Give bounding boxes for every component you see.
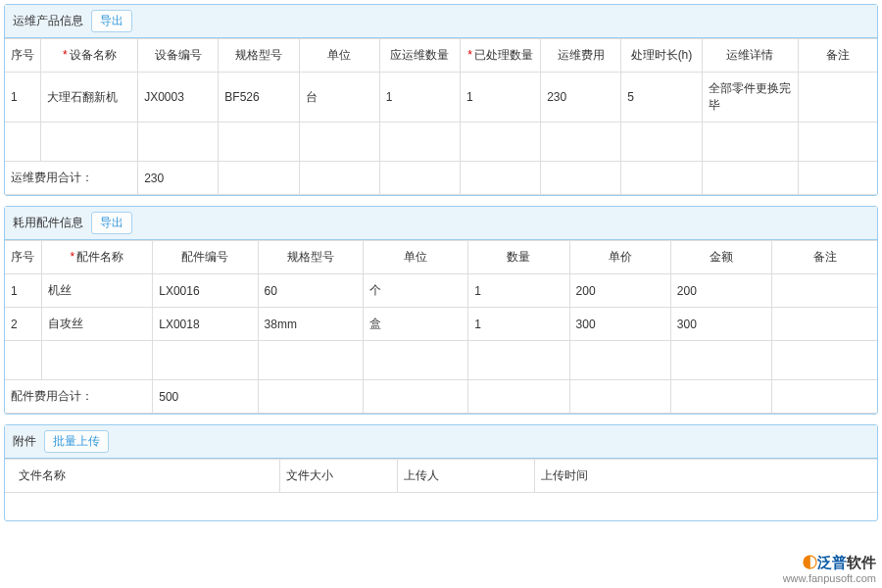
- cell-remark: [799, 73, 877, 122]
- bulk-upload-button[interactable]: 批量上传: [44, 430, 109, 453]
- cell-detail: 全部零件更换完毕: [702, 73, 799, 122]
- total-value: 500: [153, 380, 258, 414]
- panel2-title: 耗用配件信息: [13, 215, 83, 231]
- required-star: *: [71, 250, 75, 264]
- th-qty: 数量: [468, 241, 569, 274]
- summary-row: 配件费用合计： 500: [5, 380, 877, 414]
- th-upload-time: 上传时间: [534, 460, 877, 493]
- cell-qty: 1: [468, 274, 569, 308]
- th-file-size: 文件大小: [279, 460, 397, 493]
- cell-part-name: 自攻丝: [41, 308, 153, 341]
- th-unit: 单位: [363, 241, 467, 274]
- summary-row: 运维费用合计： 230: [5, 162, 877, 195]
- th-remark: 备注: [799, 39, 877, 73]
- th-detail: 运维详情: [702, 39, 799, 73]
- th-done-qty: *已处理数量: [460, 39, 540, 73]
- cell-spec: BF526: [219, 73, 299, 122]
- panel3-title: 附件: [13, 433, 36, 450]
- cell-amount: 300: [670, 308, 771, 341]
- cell-unit: 盒: [363, 308, 467, 341]
- cell-seq: 1: [5, 274, 41, 308]
- total-value: 230: [138, 162, 219, 195]
- th-part-name: *配件名称: [41, 241, 153, 274]
- cell-done-qty: 1: [460, 73, 540, 122]
- cell-part-name: 机丝: [41, 274, 153, 308]
- th-should-qty: 应运维数量: [379, 39, 460, 73]
- panel1-header: 运维产品信息 导出: [5, 5, 877, 38]
- required-star: *: [467, 48, 472, 62]
- cell-dev-code: JX0003: [138, 73, 219, 122]
- cell-unit: 个: [363, 274, 467, 308]
- cell-remark: [772, 274, 877, 308]
- empty-row: [5, 493, 877, 520]
- th-remark: 备注: [772, 241, 877, 274]
- cell-unit: 台: [299, 73, 379, 122]
- table-row[interactable]: 1 机丝 LX0016 60 个 1 200 200: [5, 274, 877, 308]
- parts-panel: 耗用配件信息 导出 序号 *配件名称 配件编号 规格型号 单位 数量 单价 金额…: [4, 206, 878, 415]
- th-part-code: 配件编号: [153, 241, 258, 274]
- th-cost: 运维费用: [541, 39, 621, 73]
- th-spec: 规格型号: [219, 39, 299, 73]
- required-star: *: [63, 48, 68, 62]
- cell-dev-name: 大理石翻新机: [41, 73, 138, 122]
- th-amount: 金额: [670, 241, 771, 274]
- cell-amount: 200: [670, 274, 771, 308]
- th-file-name: 文件名称: [5, 460, 279, 493]
- cell-part-code: LX0016: [153, 274, 258, 308]
- panel3-header: 附件 批量上传: [5, 425, 877, 459]
- cell-price: 300: [569, 308, 670, 341]
- th-dev-code: 设备编号: [138, 39, 219, 73]
- cell-seq: 1: [5, 73, 41, 122]
- cell-hours: 5: [621, 73, 702, 122]
- maintenance-products-panel: 运维产品信息 导出 序号 *设备名称 设备编号 规格型号 单位 应运维数量 *已…: [4, 4, 878, 196]
- th-hours: 处理时长(h): [621, 39, 702, 73]
- cell-price: 200: [569, 274, 670, 308]
- cell-spec: 38mm: [258, 308, 363, 341]
- table-row[interactable]: 2 自攻丝 LX0018 38mm 盒 1 300 300: [5, 308, 877, 341]
- total-label: 运维费用合计：: [5, 162, 138, 195]
- th-price: 单价: [569, 241, 670, 274]
- table-row[interactable]: 1 大理石翻新机 JX0003 BF526 台 1 1 230 5 全部零件更换…: [5, 73, 877, 122]
- cell-qty: 1: [468, 308, 569, 341]
- panel2-header: 耗用配件信息 导出: [5, 207, 877, 240]
- parts-table: 序号 *配件名称 配件编号 规格型号 单位 数量 单价 金额 备注 1 机丝 L…: [5, 240, 877, 414]
- cell-remark: [772, 308, 877, 341]
- export-button-panel2[interactable]: 导出: [91, 212, 132, 234]
- cell-should-qty: 1: [379, 73, 460, 122]
- cell-spec: 60: [258, 274, 363, 308]
- th-unit: 单位: [299, 39, 379, 73]
- th-dev-name: *设备名称: [41, 39, 138, 73]
- attachments-table: 文件名称 文件大小 上传人 上传时间: [5, 459, 877, 520]
- th-uploader: 上传人: [397, 460, 534, 493]
- th-seq: 序号: [5, 39, 41, 73]
- panel1-title: 运维产品信息: [13, 13, 83, 29]
- total-label: 配件费用合计：: [5, 380, 153, 414]
- th-seq: 序号: [5, 241, 41, 274]
- cell-part-code: LX0018: [153, 308, 258, 341]
- attachments-panel: 附件 批量上传 文件名称 文件大小 上传人 上传时间: [4, 424, 878, 521]
- spacer-row: [5, 122, 877, 162]
- export-button-panel1[interactable]: 导出: [91, 10, 132, 32]
- th-spec: 规格型号: [258, 241, 363, 274]
- products-table: 序号 *设备名称 设备编号 规格型号 单位 应运维数量 *已处理数量 运维费用 …: [5, 38, 877, 195]
- spacer-row: [5, 341, 877, 380]
- cell-cost: 230: [541, 73, 621, 122]
- cell-seq: 2: [5, 308, 41, 341]
